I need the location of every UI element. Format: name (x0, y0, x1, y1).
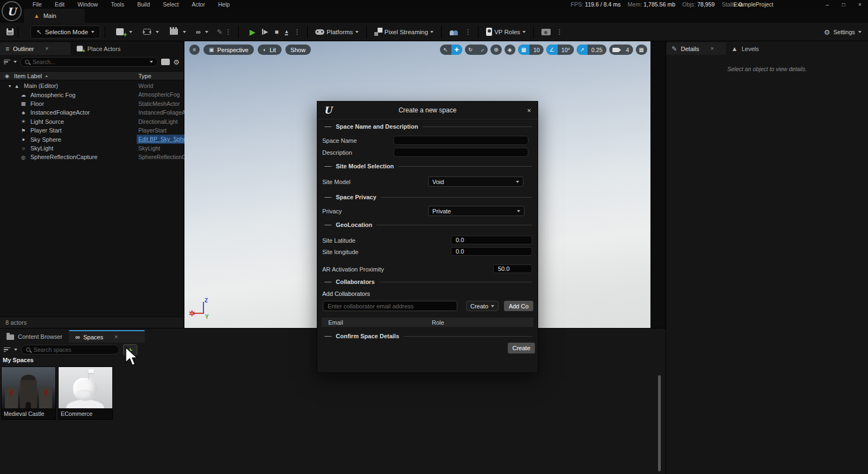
close-button[interactable]: × (852, 0, 868, 9)
virtual-camera-options-icon[interactable]: ⋮ (554, 28, 565, 36)
collaboration-options-icon[interactable]: ⋮ (462, 28, 474, 36)
privacy-dropdown[interactable]: Private (428, 206, 525, 216)
vp-roles-dropdown[interactable]: VP Roles (483, 25, 529, 39)
menu-actor[interactable]: Actor (185, 1, 212, 8)
settings-dropdown[interactable]: ⚙ Settings (824, 23, 861, 41)
table-row[interactable]: ◎ SphereReflectionCapture SphereReflecti… (0, 153, 183, 161)
close-icon[interactable]: × (114, 334, 118, 340)
spaces-search-box[interactable] (21, 345, 119, 355)
site-longitude-input[interactable] (451, 247, 532, 256)
outliner-settings-icon[interactable]: ⚙ (173, 58, 180, 66)
menu-edit[interactable]: Edit (48, 1, 71, 8)
table-row[interactable]: ▦ Floor StaticMeshActor (0, 99, 183, 108)
outliner-search-input[interactable] (33, 59, 146, 65)
grid-snap-value[interactable]: 10 (529, 45, 544, 55)
step-play-button[interactable]: ▶ (262, 28, 268, 35)
eject-button[interactable]: ▴ (285, 29, 288, 35)
world-space-button[interactable]: ⊕ (490, 45, 501, 55)
chevron-down-icon[interactable] (150, 61, 153, 63)
expand-caret-icon[interactable]: ▾ (9, 84, 11, 89)
spaces-search-input[interactable] (34, 346, 114, 353)
scrollbar-thumb[interactable] (658, 375, 661, 471)
viewport-menu-button[interactable]: ≡ (189, 45, 200, 55)
maximize-button[interactable]: □ (835, 0, 852, 9)
create-space-button[interactable]: Create (508, 343, 535, 353)
play-options-icon[interactable]: ⋮ (291, 28, 303, 36)
minimize-button[interactable]: – (819, 0, 835, 9)
rotation-snap-toggle[interactable]: ∠ (546, 45, 558, 55)
close-icon[interactable]: × (46, 46, 49, 52)
lit-dropdown[interactable]: ◐ Lit (258, 45, 282, 55)
site-model-dropdown[interactable]: Void (428, 176, 524, 187)
maximize-viewport-button[interactable]: ▦ (636, 45, 647, 55)
scale-tool[interactable]: ↔ (476, 45, 488, 55)
collaboration-button[interactable] (446, 25, 462, 39)
menu-tools[interactable]: Tools (104, 1, 131, 8)
table-row[interactable]: ☁ Atmospheric Fog AtmosphericFog (0, 90, 183, 99)
column-type[interactable]: Type (138, 73, 151, 79)
collaborator-email-input[interactable] (323, 301, 457, 311)
platforms-dropdown[interactable]: Platforms (312, 25, 362, 39)
camera-speed-value[interactable]: 4 (622, 45, 633, 55)
filter-icon[interactable] (4, 60, 10, 65)
table-row[interactable]: ☀ Light Source DirectionalLight (0, 117, 183, 126)
pixel-streaming-dropdown[interactable]: Pixel Streaming (371, 25, 437, 39)
space-name-input[interactable] (393, 136, 528, 145)
play-button[interactable]: ▶ (250, 28, 256, 36)
move-tool[interactable]: ✚ (451, 45, 462, 55)
cinematics-button[interactable] (167, 25, 189, 39)
close-icon[interactable]: × (711, 46, 714, 52)
space-tile-ecommerce[interactable]: ECommerce (58, 366, 113, 420)
tab-outliner[interactable]: ≡ Outliner × (0, 42, 71, 55)
save-icon[interactable] (7, 28, 14, 35)
visibility-eye-icon[interactable]: ◉ (5, 73, 9, 79)
scale-snap-toggle[interactable]: ↗ (577, 45, 588, 55)
scale-snap-value[interactable]: 0.25 (588, 45, 606, 55)
add-actor-button[interactable] (113, 25, 136, 39)
menu-window[interactable]: Window (71, 1, 104, 8)
tab-details[interactable]: ✎ Details × (666, 42, 726, 55)
space-tile-medieval-castle[interactable]: Medieval Castle (1, 366, 56, 420)
edit-blueprint-link[interactable]: Edit BP_Sky_Sphe (137, 135, 184, 143)
paint-mode-icon[interactable]: ✎ (217, 28, 222, 36)
perspective-dropdown[interactable]: ▣ Perspective (203, 45, 254, 55)
dialog-close-icon[interactable]: × (527, 106, 531, 115)
tab-content-browser[interactable]: Content Browser (0, 330, 69, 343)
select-tool[interactable]: ↖ (440, 45, 451, 55)
chevron-down-icon[interactable] (14, 61, 17, 63)
menu-select[interactable]: Select (156, 1, 185, 8)
table-row[interactable]: ☼ SkyLight SkyLight (0, 144, 183, 153)
tab-place-actors[interactable]: Place Actors (71, 42, 126, 55)
tab-levels[interactable]: ▲ Levels (726, 42, 764, 55)
column-item-label[interactable]: Item Label (14, 73, 42, 79)
camera-speed-button[interactable] (609, 45, 622, 55)
menu-file[interactable]: File (26, 1, 48, 8)
menu-build[interactable]: Build (131, 1, 156, 8)
chevron-down-icon[interactable] (14, 349, 17, 351)
description-input[interactable] (393, 148, 528, 157)
toolbar-overflow-icon[interactable]: ⋮ (222, 28, 234, 36)
table-row[interactable]: ▾ ▲ Main (Editor) World (0, 81, 183, 90)
selection-mode-dropdown[interactable]: ↖ Selection Mode (30, 26, 100, 39)
sequencer-button[interactable]: ∞ (193, 25, 212, 39)
tab-main-level[interactable]: ▲ Main (24, 9, 85, 23)
blueprints-button[interactable] (140, 25, 162, 39)
filter-icon[interactable] (4, 347, 10, 352)
outliner-search-box[interactable] (20, 57, 158, 67)
tab-spaces[interactable]: ∞ Spaces × (69, 330, 145, 343)
ar-proximity-input[interactable] (493, 264, 532, 273)
show-dropdown[interactable]: Show (285, 45, 311, 55)
table-row[interactable]: ♣ InstancedFoliageActor InstancedFoliage… (0, 108, 183, 117)
stop-button[interactable]: ■ (275, 28, 278, 36)
rotate-tool[interactable]: ↻ (465, 45, 476, 55)
table-row[interactable]: ● Sky Sphere Edit BP_Sky_Sphe (0, 135, 183, 143)
surface-snap-button[interactable]: ◈ (505, 45, 515, 55)
table-row[interactable]: ⚑ Player Start PlayerStart (0, 126, 183, 135)
site-latitude-input[interactable] (451, 236, 532, 244)
virtual-camera-button[interactable] (538, 25, 554, 39)
collaborator-role-dropdown[interactable]: Creato (466, 301, 499, 311)
menu-help[interactable]: Help (212, 1, 237, 8)
new-folder-icon[interactable] (161, 59, 170, 65)
grid-snap-toggle[interactable]: ▦ (518, 45, 529, 55)
rotation-snap-value[interactable]: 10° (558, 45, 574, 55)
